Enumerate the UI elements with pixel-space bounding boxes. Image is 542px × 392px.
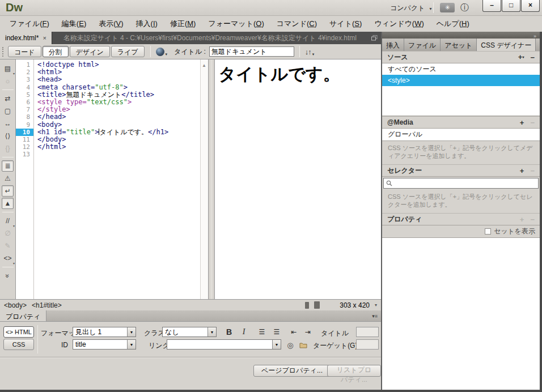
phone-preview-icon[interactable]	[305, 302, 309, 309]
unordered-list-icon[interactable]: ☰	[255, 326, 269, 338]
tag-path-item[interactable]: <h1#title>	[32, 301, 62, 309]
highlight-invalid-code-icon[interactable]: ▲	[2, 198, 14, 209]
menu-item-O[interactable]: フォーマット(O)	[202, 16, 270, 31]
close-button[interactable]: ×	[521, 0, 540, 12]
class-select[interactable]: なし ▼	[162, 327, 217, 337]
apply-comment-icon[interactable]: //▾	[2, 215, 14, 227]
info-icon[interactable]: ⓘ	[460, 2, 469, 13]
split-view-divider[interactable]	[208, 59, 215, 299]
tablet-preview-icon[interactable]	[314, 301, 320, 309]
panel-tab-1[interactable]: ファイル	[404, 39, 441, 51]
show-more-icon[interactable]: »	[2, 270, 14, 282]
point-to-file-icon[interactable]: ◎	[283, 339, 297, 351]
window-size-value[interactable]: 303 x 420	[340, 301, 370, 309]
panel-tab-2[interactable]: アセット	[441, 39, 477, 51]
line-number: 11	[16, 136, 33, 143]
collapse-selection-icon[interactable]: ▢	[2, 105, 14, 117]
page-properties-button[interactable]: ページプロパティ...	[253, 365, 331, 377]
selector-search-input[interactable]	[383, 178, 539, 189]
open-documents-icon[interactable]: ▤▾	[2, 63, 14, 74]
tag-selector: <body><h1#title>	[4, 301, 67, 309]
source-item[interactable]: <style>	[382, 75, 540, 86]
bold-button[interactable]: B	[222, 326, 236, 338]
add-selector-icon[interactable]: +	[520, 167, 524, 174]
chevron-down-icon[interactable]: ▼	[127, 327, 136, 336]
select-parent-tag-icon[interactable]: ⟨⟩	[2, 130, 14, 142]
menu-item-M[interactable]: 修正(M)	[164, 16, 202, 31]
preview-globe-icon[interactable]	[156, 48, 164, 56]
link-select[interactable]: ▼	[167, 339, 281, 350]
window-size-dropdown-icon[interactable]: ▾	[375, 302, 377, 308]
indent-icon[interactable]: ⇥	[301, 326, 315, 338]
menu-item-V[interactable]: 表示(V)	[92, 16, 129, 31]
toolbar-grip[interactable]	[2, 47, 5, 57]
chevron-down-icon[interactable]: ▼	[127, 340, 136, 349]
scroll-up-icon[interactable]: ▲	[202, 63, 206, 68]
doc-title-label: タイトル :	[174, 47, 206, 57]
workspace-switcher[interactable]: コンパクト▾	[390, 3, 431, 13]
format-select[interactable]: 見出し 1 ▼	[73, 327, 136, 337]
design-heading[interactable]: タイトルです。	[219, 63, 382, 86]
code-lines[interactable]: <!doctype html><html><head><meta charset…	[34, 59, 200, 299]
remove-source-icon[interactable]: −	[530, 54, 535, 61]
menu-item-C[interactable]: コマンド(C)	[270, 16, 323, 31]
maximize-button[interactable]: □	[502, 0, 520, 12]
title-attr-field[interactable]	[356, 327, 379, 337]
view-mode-split[interactable]: 分割	[43, 46, 69, 57]
menu-item-W[interactable]: ウィンドウ(W)	[368, 16, 430, 31]
tag-path-item[interactable]: <body>	[4, 301, 27, 309]
menu-item-I[interactable]: 挿入(I)	[130, 16, 164, 31]
collapse-full-tag-icon[interactable]: ⇄	[2, 93, 14, 104]
show-set-checkbox[interactable]	[485, 228, 491, 235]
menu-item-F[interactable]: ファイル(F)	[3, 16, 56, 31]
css-mode-button[interactable]: CSS	[3, 339, 34, 350]
window-right-edge	[540, 32, 542, 390]
desktop-preview-icon[interactable]	[325, 301, 334, 309]
separator	[2, 157, 14, 157]
view-mode-live[interactable]: ライブ	[111, 46, 145, 57]
expand-all-icon[interactable]: ↔	[2, 118, 14, 129]
css-properties-header: プロパティ + −	[382, 213, 540, 225]
file-management-icon[interactable]: ↓↑	[305, 48, 311, 56]
panel-menu-icon[interactable]: ▾≡	[372, 310, 381, 321]
document-path: 名称未設定サイト 4 - C:¥Users¥first¥Documents¥Dr…	[52, 32, 368, 44]
italic-button[interactable]: I	[237, 326, 251, 338]
menu-item-E[interactable]: 編集(E)	[56, 16, 92, 31]
view-mode-code[interactable]: コード	[8, 46, 41, 57]
menu-item-H[interactable]: ヘルプ(H)	[430, 16, 476, 31]
design-view[interactable]: タイトルです。	[215, 59, 382, 299]
minimize-button[interactable]: –	[482, 0, 501, 12]
line-numbers-icon[interactable]: ≣	[2, 160, 14, 172]
html-mode-button[interactable]: <> HTML	[3, 326, 34, 338]
view-mode-design[interactable]: デザイン	[70, 46, 110, 57]
sync-settings-icon[interactable]: ✳	[440, 3, 455, 12]
code-scrollbar[interactable]: ▲	[200, 59, 208, 299]
format-value: 見出し 1	[75, 327, 127, 337]
source-item[interactable]: すべてのソース	[382, 63, 540, 75]
chevron-down-icon[interactable]: ▼	[272, 340, 281, 349]
menu-item-S[interactable]: サイト(S)	[323, 16, 368, 31]
add-media-icon[interactable]: +	[520, 119, 524, 126]
ordered-list-icon[interactable]: ☰	[270, 326, 283, 338]
restore-window-icon[interactable]	[368, 32, 381, 44]
close-tab-icon[interactable]: ×	[43, 35, 46, 41]
doc-title-input[interactable]	[209, 46, 294, 57]
media-item-global[interactable]: グローバル	[382, 129, 540, 140]
document-tab[interactable]: index.html* ×	[0, 32, 52, 44]
id-select[interactable]: title ▼	[73, 339, 136, 350]
code-line[interactable]: </html>	[37, 143, 200, 151]
word-wrap-icon[interactable]: ↵	[2, 185, 14, 197]
panel-tab-3[interactable]: CSS デザイナー	[477, 39, 536, 51]
tab-properties[interactable]: プロパティ	[0, 310, 46, 321]
syntax-error-alerts-icon[interactable]: ⚠	[2, 173, 14, 184]
target-field[interactable]	[356, 339, 379, 350]
selectors-header: セレクター + −	[382, 164, 540, 177]
browse-folder-icon[interactable]	[297, 339, 310, 351]
head-content-icon: ☼	[2, 75, 14, 87]
code-line[interactable]	[37, 151, 200, 158]
recent-snippets-icon[interactable]: <>▾	[2, 253, 14, 264]
panel-tab-0[interactable]: 挿入	[382, 39, 404, 51]
chevron-down-icon[interactable]: ▼	[208, 327, 216, 336]
outdent-icon[interactable]: ⇤	[287, 326, 300, 338]
add-source-icon[interactable]: +▾	[518, 53, 524, 61]
